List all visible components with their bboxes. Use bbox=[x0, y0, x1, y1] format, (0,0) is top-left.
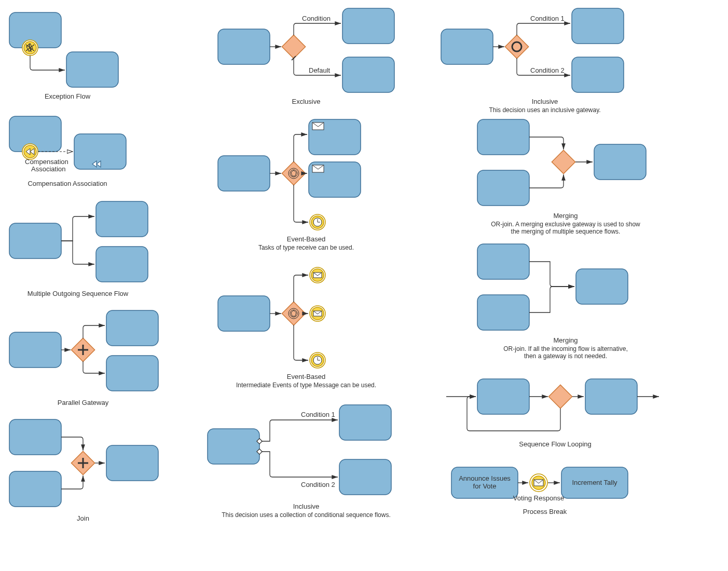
task-node bbox=[572, 8, 624, 44]
task-node bbox=[9, 332, 61, 368]
task-node bbox=[218, 29, 270, 64]
caption-sub: OR-join. A merging exclusive gateway is … bbox=[491, 221, 640, 235]
caption-sub: OR-join. If all the incoming flow is alt… bbox=[503, 345, 627, 360]
caption-title: Merging bbox=[554, 336, 578, 344]
task-node bbox=[9, 223, 61, 259]
message-event-icon bbox=[530, 474, 547, 492]
task-node bbox=[477, 379, 529, 414]
caption-title: Exclusive bbox=[292, 98, 321, 105]
exclusive-gateway-icon bbox=[282, 35, 305, 58]
task-label: Increment Tally bbox=[572, 479, 617, 486]
caption-sub: This decision uses an inclusive gateway. bbox=[489, 106, 600, 114]
exclusive-gateway-icon bbox=[552, 150, 575, 173]
task-node bbox=[572, 57, 624, 92]
caption-title: Event-Based bbox=[287, 373, 325, 380]
task-node bbox=[9, 419, 61, 455]
svg-rect-27 bbox=[505, 35, 528, 58]
task-node bbox=[106, 310, 158, 346]
exclusive-gateway-icon bbox=[548, 385, 572, 408]
caption-sub: Intermediate Events of type Message can … bbox=[236, 382, 376, 389]
caption-title: Multiple Outgoing Sequence Flow bbox=[28, 290, 129, 297]
event-gateway-icon bbox=[282, 161, 305, 185]
task-node bbox=[339, 405, 391, 440]
task-node bbox=[576, 269, 628, 304]
task-node bbox=[585, 379, 637, 414]
parallel-gateway-icon bbox=[71, 451, 94, 474]
edge-label: Condition 2 bbox=[301, 481, 335, 488]
task-node bbox=[96, 247, 148, 282]
edge-label: Condition bbox=[302, 15, 331, 22]
event-label: Voting Response bbox=[513, 494, 564, 502]
caption-title: Parallel Gateway bbox=[58, 399, 109, 406]
exception-flow-cell: Exception Flow bbox=[9, 12, 118, 100]
process-break-cell: Announce Issuesfor Vote Increment Tally … bbox=[451, 467, 628, 515]
edge-label: Default bbox=[309, 66, 331, 74]
event-based-tasks-cell: Event-Based Tasks of type receive can be… bbox=[218, 119, 361, 251]
caption-title: Event-Based bbox=[287, 235, 325, 243]
caption-title: Process Break bbox=[523, 508, 567, 515]
svg-rect-29 bbox=[552, 150, 575, 173]
svg-rect-15 bbox=[282, 302, 305, 325]
merging-gateway-cell: Merging OR-join. A merging exclusive gat… bbox=[477, 119, 646, 235]
diagram-canvas: .task { fill:#88b9d9; stroke:#3c6f96; st… bbox=[0, 0, 728, 571]
svg-rect-7 bbox=[282, 161, 305, 185]
inclusive-conditional-cell: Condition 1 Condition 2 Inclusive This d… bbox=[208, 405, 391, 519]
task-node bbox=[342, 8, 394, 44]
caption-title: Exception Flow bbox=[45, 92, 91, 100]
exclusive-cell: Condition Default Exclusive bbox=[218, 8, 394, 105]
caption-title: Compensation Association bbox=[28, 180, 107, 187]
svg-rect-30 bbox=[548, 385, 572, 408]
caption-sub: This decision uses a collection of condi… bbox=[222, 511, 391, 519]
task-node bbox=[477, 295, 529, 330]
caption-sub: Tasks of type receive can be used. bbox=[258, 244, 354, 251]
event-based-message-cell: Event-Based Intermediate Events of type … bbox=[218, 267, 376, 389]
task-node bbox=[218, 296, 270, 331]
task-node bbox=[441, 29, 493, 64]
parallel-gateway-cell: Parallel Gateway bbox=[9, 310, 158, 406]
compensation-association-cell: CompensationAssociation Compensation Ass… bbox=[9, 116, 126, 187]
task-node bbox=[106, 356, 158, 391]
caption-title: Join bbox=[77, 514, 89, 522]
sequence-loop-cell: Sequence Flow Looping bbox=[446, 379, 659, 448]
compensation-event-icon bbox=[22, 40, 38, 56]
timer-event-icon bbox=[310, 214, 325, 230]
task-node bbox=[342, 57, 394, 92]
envelope-icon bbox=[312, 165, 324, 172]
task-node bbox=[9, 471, 61, 507]
edge-label: CompensationAssociation bbox=[25, 158, 68, 173]
merging-no-gateway-cell: Merging OR-join. If all the incoming flo… bbox=[477, 244, 628, 360]
caption-title: Inclusive bbox=[532, 98, 558, 105]
task-node bbox=[208, 429, 259, 464]
task-node bbox=[96, 201, 148, 237]
edge-label: Condition 1 bbox=[530, 15, 565, 22]
caption-title: Inclusive bbox=[293, 502, 320, 510]
task-node bbox=[477, 244, 529, 279]
edge-label: Condition 1 bbox=[301, 411, 335, 418]
message-event-icon bbox=[310, 267, 325, 283]
task-node bbox=[477, 170, 529, 206]
join-cell: Join bbox=[9, 419, 158, 522]
svg-rect-6 bbox=[282, 35, 305, 58]
task-node bbox=[477, 119, 529, 155]
task-node bbox=[218, 156, 270, 191]
task-node bbox=[339, 459, 391, 495]
multi-outgoing-cell: Multiple Outgoing Sequence Flow bbox=[9, 201, 148, 297]
event-gateway-icon bbox=[282, 302, 305, 325]
task-node bbox=[594, 144, 646, 180]
edge-label: Condition 2 bbox=[530, 66, 565, 74]
rewind-event-icon bbox=[22, 144, 38, 159]
task-node bbox=[66, 52, 118, 87]
task-node bbox=[106, 445, 158, 481]
caption-title: Sequence Flow Looping bbox=[519, 440, 592, 448]
parallel-gateway-icon bbox=[71, 338, 94, 361]
timer-event-icon bbox=[310, 352, 325, 368]
message-event-icon bbox=[310, 306, 325, 321]
inclusive-gateway-icon bbox=[505, 35, 528, 58]
inclusive-gateway-cell: Condition 1 Condition 2 Inclusive This d… bbox=[441, 8, 624, 114]
caption-title: Merging bbox=[554, 212, 578, 220]
envelope-icon bbox=[312, 123, 324, 130]
